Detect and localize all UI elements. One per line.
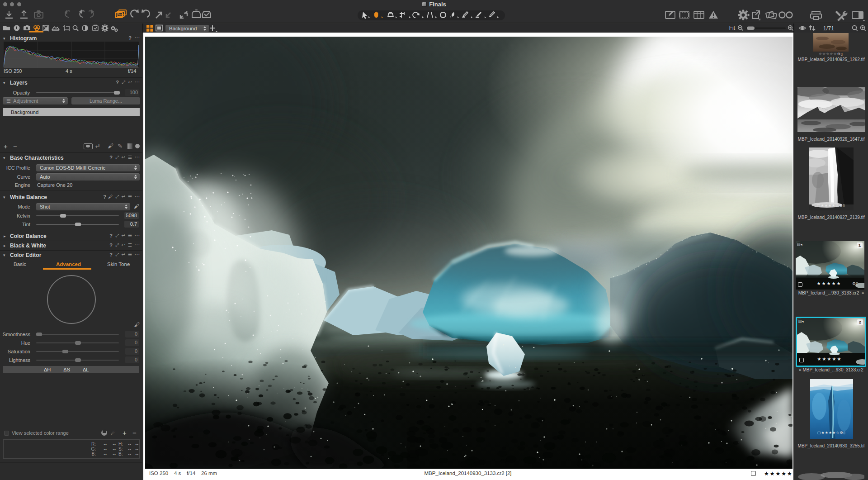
- svg-text:Fit: Fit: [729, 25, 736, 31]
- svg-text:1/71: 1/71: [823, 25, 834, 32]
